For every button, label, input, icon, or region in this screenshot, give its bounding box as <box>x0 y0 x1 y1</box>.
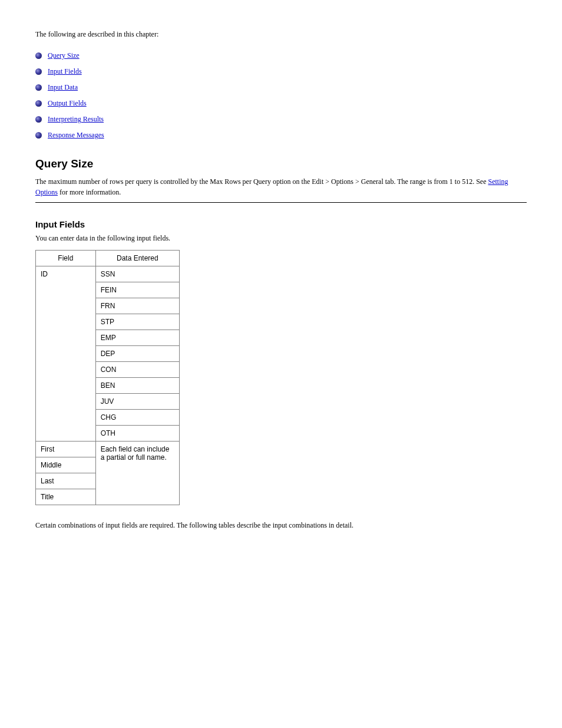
cell-value: JUV <box>95 393 179 409</box>
cell-value: BEN <box>95 377 179 393</box>
sphere-bullet-icon <box>35 84 42 91</box>
cell-title-label: Title <box>36 489 96 505</box>
table-row: ID SSN <box>36 266 180 282</box>
sphere-bullet-icon <box>35 132 42 139</box>
cell-value: CON <box>95 361 179 377</box>
table-header-field: Field <box>36 250 96 266</box>
cell-value: FEIN <box>95 282 179 298</box>
list-item: Interpreting Results <box>35 115 527 124</box>
paragraph-input-fields: You can enter data in the following inpu… <box>35 234 527 243</box>
body-text-after: for more information. <box>58 188 121 196</box>
cell-first-label: First <box>36 441 96 457</box>
sphere-bullet-icon <box>35 116 42 123</box>
cell-middle-label: Middle <box>36 457 96 473</box>
cell-value: OTH <box>95 425 179 441</box>
link-interpreting-results[interactable]: Interpreting Results <box>48 115 104 124</box>
cell-last-label: Last <box>36 473 96 489</box>
list-item: Input Fields <box>35 67 527 76</box>
heading-query-size: Query Size <box>35 157 527 170</box>
cell-value: EMP <box>95 330 179 345</box>
paragraph-query-size: The maximum number of rows per query is … <box>35 176 527 197</box>
note-paragraph: Certain combinations of input fields are… <box>35 520 527 531</box>
list-item: Input Data <box>35 83 527 92</box>
table-header-row: Field Data Entered <box>36 250 180 266</box>
cell-value: STP <box>95 314 179 330</box>
cell-value: SSN <box>95 266 179 282</box>
cell-value: DEP <box>95 345 179 361</box>
body-text-before: The maximum number of rows per query is … <box>35 177 488 186</box>
cell-value: FRN <box>95 298 179 314</box>
link-input-data[interactable]: Input Data <box>48 83 78 92</box>
link-input-fields[interactable]: Input Fields <box>48 67 82 76</box>
cell-value: CHG <box>95 409 179 425</box>
link-response-messages[interactable]: Response Messages <box>48 131 104 140</box>
table-row: First Each field can include a partial o… <box>36 441 180 457</box>
heading-input-fields: Input Fields <box>35 219 527 229</box>
section-divider <box>35 202 527 203</box>
list-item: Response Messages <box>35 131 527 140</box>
link-output-fields[interactable]: Output Fields <box>48 99 87 108</box>
input-fields-table: Field Data Entered ID SSN FEIN FRN STP E… <box>35 250 180 505</box>
sphere-bullet-icon <box>35 100 42 107</box>
bullet-list: Query Size Input Fields Input Data Outpu… <box>35 51 527 140</box>
cell-name-note: Each field can include a partial or full… <box>95 441 179 505</box>
sphere-bullet-icon <box>35 52 42 59</box>
sphere-bullet-icon <box>35 68 42 75</box>
list-item: Query Size <box>35 51 527 60</box>
link-query-size[interactable]: Query Size <box>48 51 80 60</box>
intro-paragraph: The following are described in this chap… <box>35 29 527 39</box>
list-item: Output Fields <box>35 99 527 108</box>
cell-id-label: ID <box>36 266 96 441</box>
table-header-data: Data Entered <box>95 250 179 266</box>
